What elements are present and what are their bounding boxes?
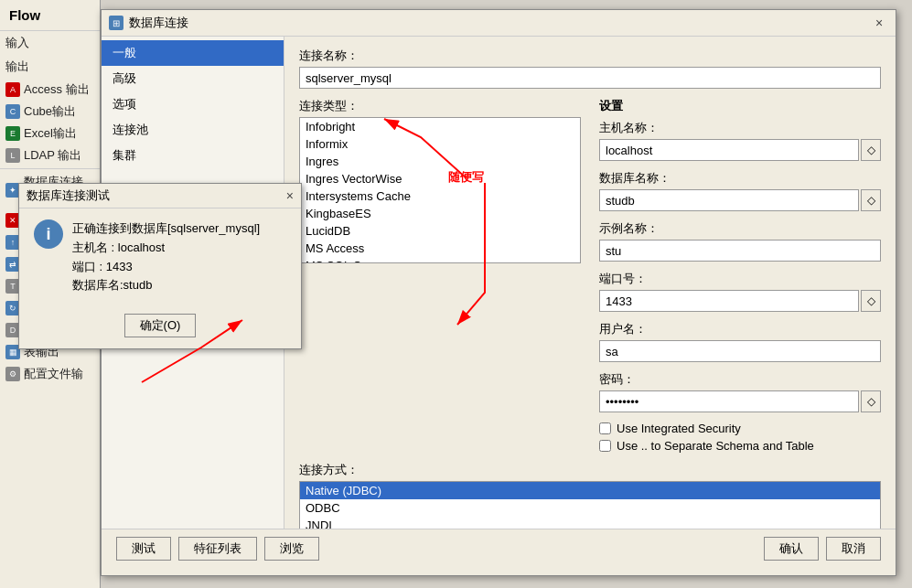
sidebar-section-output[interactable]: 输出 (0, 55, 100, 79)
footer-left-buttons: 测试 特征列表 浏览 (116, 537, 319, 561)
subdialog-body: i 正确连接到数据库[sqlserver_mysql] 主机名 : localh… (19, 208, 301, 306)
subdialog-ok-button[interactable]: 确定(O) (124, 314, 197, 337)
port-row: 端口号： ◇ (599, 271, 881, 312)
method-native[interactable]: Native (JDBC) (300, 482, 880, 499)
host-row: 主机名称： ◇ (599, 120, 881, 161)
listbox-item-ingres[interactable]: Ingres (300, 153, 580, 170)
host-label: 主机名称： (599, 120, 881, 136)
sidebar-item-cube-label: Cube输出 (24, 103, 76, 120)
subdialog-title: 数据库连接测试 (27, 187, 110, 204)
separate-schema-checkbox[interactable] (599, 440, 611, 452)
listbox-item-kingbase[interactable]: KingbaseES (300, 205, 580, 222)
subdialog-line3: 端口 : 1433 (72, 258, 260, 277)
sidebar-item-access[interactable]: A Access 输出 (0, 79, 100, 101)
cube-icon: C (5, 104, 20, 119)
db-browse-button[interactable]: ◇ (861, 189, 881, 211)
cancel-button[interactable]: 取消 (826, 537, 881, 561)
subdialog-dbtest: 数据库连接测试 × i 正确连接到数据库[sqlserver_mysql] 主机… (18, 183, 302, 349)
method-odbc[interactable]: ODBC (300, 499, 880, 517)
db-input-row: ◇ (599, 189, 881, 211)
feature-list-button[interactable]: 特征列表 (178, 537, 257, 561)
port-input[interactable] (599, 290, 859, 312)
listbox-item-mssql[interactable]: MS SQL Server (300, 257, 580, 263)
conn-name-row: 连接名称： (299, 48, 881, 89)
conn-name-label: 连接名称： (299, 48, 881, 64)
dialog-nav-item-pool[interactable]: 连接池 (102, 117, 284, 143)
host-input-row: ◇ (599, 139, 881, 161)
listbox-item-infobright[interactable]: Infobright (300, 118, 580, 135)
dialog-nav-item-options[interactable]: 选项 (102, 91, 284, 117)
user-row: 用户名： (599, 321, 881, 362)
subdialog-close-button[interactable]: × (286, 188, 294, 203)
dialog-nav-item-cluster[interactable]: 集群 (102, 143, 284, 168)
sidebar-item-ldap-label: LDAP 输出 (24, 147, 81, 164)
info-icon: i (34, 219, 63, 249)
method-jndi[interactable]: JNDI (300, 517, 880, 529)
dialog-nav-item-general[interactable]: 一般 (102, 40, 284, 66)
password-input[interactable] (599, 390, 859, 412)
listbox-item-informix[interactable]: Informix (300, 135, 580, 153)
dialog-title: ⊞ 数据库连接 (109, 15, 188, 31)
separate-schema-row: Use .. to Separate Schema and Table (599, 439, 881, 453)
subdialog-line1: 正确连接到数据库[sqlserver_mysql] (72, 219, 260, 239)
subdialog-titlebar: 数据库连接测试 × (19, 184, 301, 208)
sidebar-item-excel[interactable]: E Excel输出 (0, 123, 100, 144)
conn-type-left: 连接类型： Infobright Informix Ingres Ingres … (299, 98, 581, 453)
listbox-item-luciddb[interactable]: LucidDB (300, 222, 580, 240)
integrated-security-row: Use Integrated Security (599, 422, 881, 435)
db-name-row: 数据库名称： ◇ (599, 170, 881, 211)
sidebar-section-input[interactable]: 输入 (0, 31, 100, 55)
password-label: 密码： (599, 371, 881, 388)
integrated-security-label: Use Integrated Security (617, 422, 741, 435)
subdialog-line4: 数据库名:studb (72, 276, 260, 295)
browse-button[interactable]: 浏览 (264, 537, 319, 561)
user-label: 用户名： (599, 321, 881, 337)
sidebar-item-access-label: Access 输出 (24, 81, 90, 98)
test-button[interactable]: 测试 (116, 537, 171, 561)
user-input[interactable] (599, 340, 881, 362)
ok-button[interactable]: 确认 (764, 537, 819, 561)
dialog-footer: 测试 特征列表 浏览 确认 取消 (102, 529, 896, 567)
dialog-close-button[interactable]: × (870, 14, 888, 32)
dialog-nav-item-advanced[interactable]: 高级 (102, 66, 284, 91)
conn-name-input[interactable] (299, 67, 881, 89)
sidebar-flow-label: Flow (0, 0, 100, 31)
instance-label: 示例名称： (599, 220, 881, 237)
conn-type-label: 连接类型： (299, 98, 581, 114)
password-browse-button[interactable]: ◇ (861, 390, 881, 412)
sidebar-item-configfile-label: 配置文件输 (24, 366, 83, 382)
conn-type-section: 连接类型： Infobright Informix Ingres Ingres … (299, 98, 881, 453)
host-browse-button[interactable]: ◇ (861, 139, 881, 161)
ldap-icon: L (5, 148, 20, 163)
listbox-item-intersystems[interactable]: Intersystems Cache (300, 187, 580, 205)
sidebar-item-configfile[interactable]: ⚙ 配置文件输 (0, 363, 100, 385)
conn-method-label: 连接方式： (299, 462, 881, 478)
dialog-title-icon: ⊞ (109, 16, 123, 30)
instance-input[interactable] (599, 240, 881, 262)
db-name-label: 数据库名称： (599, 170, 881, 187)
subdialog-footer: 确定(O) (19, 306, 301, 348)
host-input[interactable] (599, 139, 859, 161)
conn-settings-right: 设置 主机名称： ◇ 数据库名称： (599, 98, 881, 453)
port-label: 端口号： (599, 271, 881, 287)
db-name-input[interactable] (599, 189, 859, 211)
sidebar-item-cube[interactable]: C Cube输出 (0, 101, 100, 123)
sidebar-item-excel-label: Excel输出 (24, 125, 77, 142)
settings-title: 设置 (599, 98, 881, 114)
sidebar-item-ldap[interactable]: L LDAP 输出 (0, 144, 100, 166)
subdialog-message: 正确连接到数据库[sqlserver_mysql] 主机名 : localhos… (72, 219, 260, 295)
instance-row: 示例名称： (599, 220, 881, 262)
listbox-item-msaccess[interactable]: MS Access (300, 240, 580, 257)
listbox-item-ingres-vw[interactable]: Ingres VectorWise (300, 170, 580, 187)
conn-method-listbox[interactable]: Native (JDBC) ODBC JNDI (299, 481, 881, 529)
subdialog-line2: 主机名 : localhost (72, 239, 260, 258)
password-input-row: ◇ (599, 390, 881, 412)
conn-type-listbox[interactable]: Infobright Informix Ingres Ingres Vector… (299, 117, 581, 263)
conn-method-section: 连接方式： Native (JDBC) ODBC JNDI JNDI模式的jar… (299, 462, 881, 529)
access-icon: A (5, 82, 20, 97)
dialog-right-content: 连接名称： 连接类型： Infobright Informix Ingres I… (284, 37, 896, 529)
port-input-row: ◇ (599, 290, 881, 312)
password-row: 密码： ◇ (599, 371, 881, 412)
integrated-security-checkbox[interactable] (599, 422, 611, 434)
port-browse-button[interactable]: ◇ (861, 290, 881, 312)
